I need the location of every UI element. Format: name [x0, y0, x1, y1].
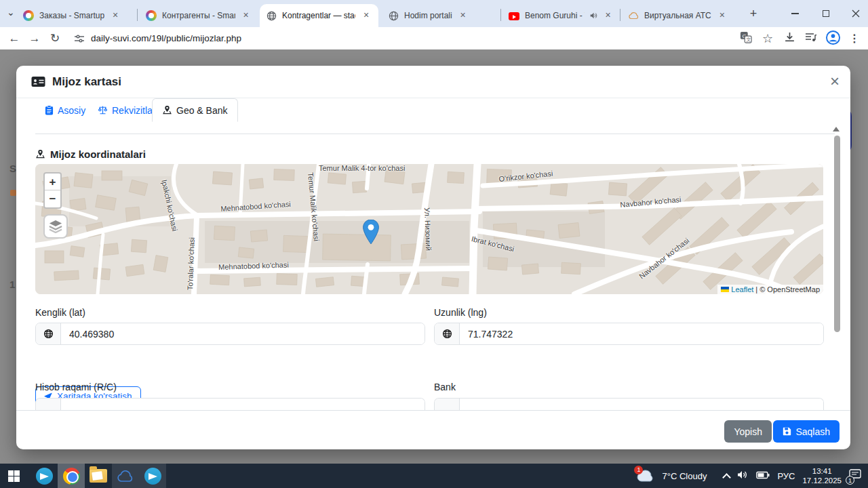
cloud-favicon	[629, 12, 639, 20]
map-layers-button[interactable]	[43, 214, 68, 239]
browser-tab-2[interactable]: Контрагенты - Smartup ×	[139, 4, 256, 27]
folder-icon	[90, 469, 107, 483]
save-floppy-icon	[783, 427, 791, 436]
time-text: 13:41	[802, 466, 842, 476]
bank-icon	[36, 399, 61, 410]
tab-close-icon[interactable]: ×	[603, 10, 613, 21]
battery-icon[interactable]	[756, 470, 770, 482]
tab-search-icon[interactable]: ⌄	[7, 7, 15, 18]
account-input-group	[35, 398, 425, 410]
attribution-separator: | ©	[755, 285, 765, 293]
volume-icon[interactable]	[737, 470, 749, 483]
tab-close-icon[interactable]: ×	[361, 10, 372, 21]
modal-close-icon[interactable]: ×	[830, 73, 840, 89]
tab-divider	[500, 9, 501, 21]
account-input[interactable]	[61, 399, 425, 410]
browser-tab-1[interactable]: Заказы - Smartup ×	[16, 4, 136, 27]
tray-chevron-icon[interactable]	[723, 473, 732, 482]
yopish-button[interactable]: Yopish	[724, 420, 772, 443]
modal-scrollbar-thumb[interactable]	[834, 136, 840, 332]
lng-label: Uzunlik (lng)	[434, 307, 487, 318]
tab-label: Asosiy	[58, 105, 85, 116]
browser-tab-3-active[interactable]: Kontragentlar — stacked m ×	[260, 4, 378, 27]
tab-close-icon[interactable]: ×	[241, 10, 251, 21]
omnibox[interactable]: daily-suvi.com/19l/public/mijozlar.php	[68, 29, 739, 48]
screen: ⌄ Заказы - Smartup × Контрагенты - Smart…	[0, 0, 868, 488]
modal-title: Mijoz kartasi	[52, 75, 121, 89]
browser-tab-5[interactable]: Benom Guruhi - Yonin ×	[502, 4, 618, 27]
lat-label: Kenglik (lat)	[35, 307, 85, 318]
smartup-favicon	[23, 10, 34, 21]
lat-input-group	[35, 323, 425, 345]
modal-header: Mijoz kartasi ×	[16, 66, 850, 98]
language-indicator[interactable]: РУС	[777, 471, 795, 481]
taskbar-telegram[interactable]	[31, 464, 58, 488]
leaflet-link[interactable]: Leaflet	[731, 285, 753, 293]
taskbar-chrome-active[interactable]	[58, 464, 85, 488]
tab-asosiy[interactable]: Asosiy	[35, 98, 95, 122]
taskbar-cloud-app[interactable]	[112, 464, 139, 488]
forward-icon[interactable]: →	[24, 32, 45, 45]
smartup-favicon	[146, 10, 157, 21]
window-maximize-button[interactable]	[812, 0, 840, 27]
globe-icon	[36, 323, 61, 344]
layers-icon	[48, 220, 63, 233]
zoom-out-button[interactable]: −	[45, 190, 60, 207]
start-button[interactable]	[0, 464, 27, 488]
lng-input[interactable]	[460, 323, 823, 344]
section-heading: Mijoz koordinatalari	[35, 148, 146, 160]
back-icon[interactable]: ←	[4, 32, 24, 45]
tab-close-icon[interactable]: ×	[458, 10, 469, 21]
tab-close-icon[interactable]: ×	[110, 10, 121, 21]
addressbar-actions: G文 ☆ ⋮	[739, 30, 861, 47]
bookmark-star-icon[interactable]: ☆	[761, 31, 774, 46]
saqlash-label: Saqlash	[795, 426, 830, 437]
tab-audio-icon[interactable]	[590, 12, 597, 20]
date-text: 17.12.2025	[802, 476, 842, 485]
tab-close-icon[interactable]: ×	[717, 10, 728, 21]
map-marker-pin[interactable]	[363, 220, 379, 247]
mijoz-kartasi-modal: Mijoz kartasi × Asosiy Rekvizitlar Geo &…	[16, 66, 850, 449]
scale-icon	[98, 105, 108, 115]
globe-favicon	[389, 11, 399, 21]
url-text[interactable]: daily-suvi.com/19l/public/mijozlar.php	[91, 33, 241, 43]
taskbar-clock[interactable]: 13:41 17.12.2025	[802, 466, 842, 485]
browser-tab-6[interactable]: Виртуальная АТС ×	[622, 4, 739, 27]
pin-map-icon	[162, 105, 172, 115]
taskbar-explorer[interactable]	[85, 464, 112, 488]
lat-input[interactable]	[61, 323, 425, 344]
leaflet-map[interactable]: Temur Malik 4-tor ko'chasi O'rikzor ko'c…	[35, 164, 823, 294]
taskbar-telegram-2[interactable]	[139, 464, 166, 488]
telegram-icon	[144, 468, 161, 485]
window-minimize-button[interactable]	[781, 0, 808, 27]
notification-center-icon[interactable]: 1	[849, 469, 861, 483]
tab-geo-bank-active[interactable]: Geo & Bank	[152, 98, 238, 122]
street-label: Temur Malik 4-tor ko'chasi	[319, 164, 405, 172]
map-attribution: Leaflet | © OpenStreetMap	[717, 285, 823, 294]
modal-body: Asosiy Rekvizitlar Geo & Bank Mijoz koor…	[16, 98, 843, 410]
scrollbar-up-arrow[interactable]	[833, 127, 840, 131]
chrome-icon	[63, 468, 80, 485]
windows-logo-icon	[8, 470, 20, 482]
site-settings-icon[interactable]	[68, 30, 91, 47]
reload-icon[interactable]: ↻	[45, 31, 65, 45]
cloud-app-icon	[117, 470, 134, 482]
download-icon[interactable]	[783, 32, 796, 45]
zoom-in-button[interactable]: +	[45, 174, 60, 190]
translate-icon[interactable]: G文	[739, 31, 753, 45]
saqlash-button[interactable]: Saqlash	[773, 420, 840, 443]
menu-kebab-icon[interactable]: ⋮	[848, 32, 861, 45]
weather-icon[interactable]: 1	[637, 470, 654, 482]
new-tab-button[interactable]: +	[745, 5, 762, 23]
media-controls-icon[interactable]	[804, 32, 818, 45]
window-close-button[interactable]	[844, 0, 868, 27]
telegram-icon	[36, 468, 53, 485]
tab-title: Hodim portali	[404, 11, 452, 20]
osm-link[interactable]: OpenStreetMap	[767, 285, 820, 293]
bank-input[interactable]	[460, 399, 823, 410]
tab-title: Виртуальная АТС	[644, 11, 711, 20]
weather-text[interactable]: 7°C Cloudy	[662, 471, 707, 481]
profile-avatar-icon[interactable]	[826, 30, 840, 47]
tab-label: Geo & Bank	[176, 105, 228, 116]
browser-tab-4[interactable]: Hodim portali ×	[382, 4, 498, 27]
